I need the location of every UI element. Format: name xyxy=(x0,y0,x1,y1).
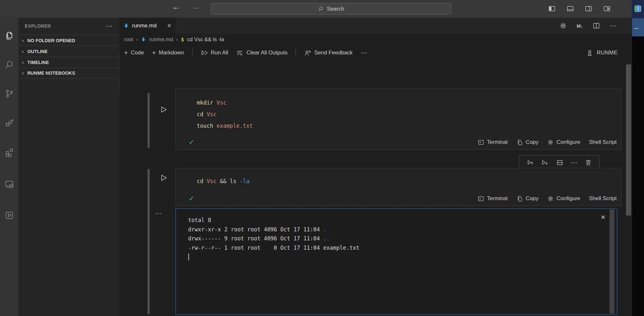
activity-bar xyxy=(0,18,18,316)
chevron-right-icon: › xyxy=(21,48,25,55)
tab-runme-md[interactable]: runme.md × xyxy=(119,18,175,34)
markdown-preview-icon[interactable]: M↓ xyxy=(577,23,583,29)
code-line: -rw-r--r-- 1 root root 0 Oct 17 11:04 ex… xyxy=(188,243,617,253)
cell-language-label[interactable]: Shell Script xyxy=(589,195,617,202)
success-check-icon: ✓ xyxy=(189,195,194,202)
run-and-debug-icon[interactable] xyxy=(4,117,14,128)
toolbar-more-actions-icon[interactable]: ⋯ xyxy=(361,49,367,57)
copy-button[interactable]: Copy xyxy=(516,139,539,146)
terminal-button[interactable]: Terminal xyxy=(478,195,507,202)
editor-group: runme.md × M↓ ⋯ root › runme.md › xyxy=(119,18,632,316)
settings-gear-icon[interactable] xyxy=(559,22,567,30)
output-close-icon[interactable]: × xyxy=(601,213,605,221)
run-cell-button[interactable] xyxy=(159,173,168,182)
code-cell-2[interactable]: cd Vsc && ls -la ✓ Terminal Copy xyxy=(175,168,621,206)
copy-icon xyxy=(516,195,523,202)
plus-icon: + xyxy=(152,49,156,57)
sidebar-section[interactable]: ›RUNME NOTEBOOKS xyxy=(18,68,119,79)
breadcrumb-command[interactable]: cd Vsc && ls -la xyxy=(187,36,224,42)
code-line: touch example.txt xyxy=(197,120,621,132)
extensions-icon[interactable] xyxy=(4,147,14,157)
nav-forward-icon[interactable]: → xyxy=(191,2,200,12)
tab-bar: runme.md × M↓ ⋯ xyxy=(119,18,632,34)
cell-focus-bar[interactable] xyxy=(147,93,150,148)
back-arrow-icon: ← xyxy=(633,23,640,32)
cell-code-editor[interactable]: mkdir Vsccd Vsctouch example.txt xyxy=(176,89,621,132)
sidebar-section[interactable]: ›NO FOLDER OPENED xyxy=(18,35,119,46)
run-cell-button[interactable] xyxy=(159,105,168,114)
output-collapse-icon[interactable]: ⋯ xyxy=(155,209,162,217)
cell-status-bar: ✓ Terminal Copy xyxy=(176,191,621,206)
runme-notebooks-icon[interactable] xyxy=(4,210,14,220)
search-sidebar-icon[interactable] xyxy=(4,60,14,70)
terminal-icon xyxy=(478,139,484,146)
code-cell-1[interactable]: mkdir Vsccd Vsctouch example.txt ✓ Termi… xyxy=(175,88,621,150)
vscode-window: ← → Search xyxy=(0,0,644,316)
remote-explorer-icon[interactable] xyxy=(4,179,14,190)
sidebar-section[interactable]: ›TIMELINE xyxy=(18,57,119,68)
terminal-cursor xyxy=(188,254,189,260)
cell-language-label[interactable]: Shell Script xyxy=(589,139,617,145)
runme-file-icon xyxy=(123,23,129,29)
cell-more-actions-icon[interactable]: ⋯ xyxy=(571,159,578,166)
cell-focus-bar[interactable] xyxy=(147,169,150,314)
toggle-panel-icon[interactable] xyxy=(566,5,574,13)
cell-output[interactable]: total 8drwxr-xr-x 2 root root 4096 Oct 1… xyxy=(175,209,617,315)
customize-layout-icon[interactable] xyxy=(603,5,611,13)
runme-file-icon xyxy=(141,37,146,42)
toolbar-divider xyxy=(192,49,193,56)
breadcrumb-shell-symbol: $ xyxy=(181,36,184,42)
sidebar-section[interactable]: ›OUTLINE xyxy=(18,46,119,57)
clear-all-outputs-button[interactable]: Clear All Outputs xyxy=(236,49,288,57)
split-editor-icon[interactable] xyxy=(592,22,600,30)
search-icon xyxy=(318,6,324,12)
configure-button[interactable]: Configure xyxy=(547,195,580,202)
execute-above-icon[interactable] xyxy=(527,159,534,166)
add-markdown-cell-button[interactable]: + Markdown xyxy=(152,49,184,57)
breadcrumb-separator: › xyxy=(176,36,178,43)
sidebar-section-label: RUNME NOTEBOOKS xyxy=(27,70,75,76)
add-code-cell-button[interactable]: + Code xyxy=(124,49,144,57)
copy-button[interactable]: Copy xyxy=(516,195,539,202)
breadcrumb-separator: › xyxy=(136,36,138,43)
editor-more-actions-icon[interactable]: ⋯ xyxy=(610,22,617,30)
sidebar-title: EXPLORER xyxy=(25,23,51,29)
explorer-sidebar: EXPLORER ⋯ ›NO FOLDER OPENED›OUTLINE›TIM… xyxy=(18,18,119,316)
split-cell-icon[interactable] xyxy=(556,159,564,166)
nav-back-icon[interactable]: ← xyxy=(172,2,181,12)
sidebar-more-actions-icon[interactable]: ⋯ xyxy=(106,22,113,30)
delete-cell-icon[interactable] xyxy=(585,159,592,166)
notebook-scrollbar[interactable] xyxy=(626,64,631,216)
toggle-primary-sidebar-icon[interactable] xyxy=(548,5,556,13)
runme-brand[interactable]: RUNME xyxy=(586,49,618,57)
breadcrumb-file[interactable]: runme.md xyxy=(149,36,173,42)
breadcrumb-root[interactable]: root xyxy=(124,36,133,42)
configure-button[interactable]: Configure xyxy=(547,139,580,146)
output-scrollbar[interactable] xyxy=(610,209,614,314)
command-center-search[interactable]: Search xyxy=(211,3,451,15)
background-window-toolbar: ← xyxy=(632,18,644,36)
terminal-button[interactable]: Terminal xyxy=(478,139,507,146)
code-line: mkdir Vsc xyxy=(197,97,621,108)
chevron-right-icon: › xyxy=(21,37,25,44)
toggle-secondary-sidebar-icon[interactable] xyxy=(585,5,592,13)
background-window-titlebar: 1 xyxy=(632,0,644,18)
title-bar: ← → Search xyxy=(0,0,632,18)
terminal-output-text: total 8drwxr-xr-x 2 root root 4096 Oct 1… xyxy=(176,209,617,260)
breadcrumb: root › runme.md › $ cd Vsc && ls -la xyxy=(119,34,632,45)
search-placeholder: Search xyxy=(327,6,344,12)
sidebar-section-label: NO FOLDER OPENED xyxy=(27,38,75,43)
cell-code-editor[interactable]: cd Vsc && ls -la xyxy=(176,168,621,187)
chevron-right-icon: › xyxy=(21,59,25,66)
explorer-icon[interactable] xyxy=(4,31,14,41)
source-control-icon[interactable] xyxy=(4,88,14,99)
run-all-button[interactable]: Run All xyxy=(201,49,228,57)
background-window-strip[interactable]: 1 ← xyxy=(632,0,644,316)
tab-close-icon[interactable]: × xyxy=(167,23,171,29)
notebook-toolbar: + Code + Markdown Run All Clear All Outp… xyxy=(119,45,632,60)
send-feedback-button[interactable]: Send Feedback xyxy=(304,49,353,57)
sidebar-section-label: OUTLINE xyxy=(27,49,48,54)
code-line: drwxr-xr-x 2 root root 4096 Oct 17 11:04… xyxy=(188,225,617,234)
tab-label: runme.md xyxy=(132,23,157,29)
execute-below-icon[interactable] xyxy=(541,159,549,166)
